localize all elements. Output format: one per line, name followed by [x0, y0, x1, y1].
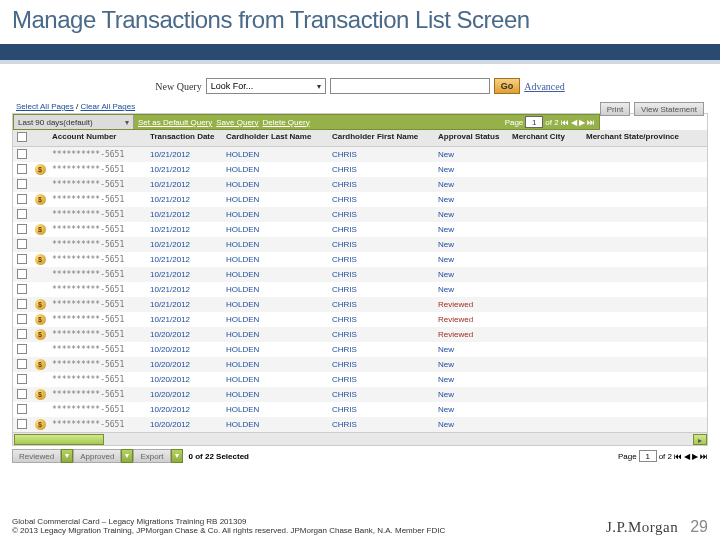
row-checkbox[interactable]: [17, 284, 27, 294]
table-row[interactable]: **********-565110/21/2012HOLDENCHRISNew: [13, 282, 707, 297]
approved-arrow-icon[interactable]: ▾: [121, 449, 133, 463]
go-button[interactable]: Go: [494, 78, 521, 94]
of-text: of 2: [545, 118, 558, 127]
advanced-link[interactable]: Advanced: [524, 81, 565, 92]
next-page-icon[interactable]: ▶: [579, 118, 585, 127]
save-query-link[interactable]: Save Query: [216, 118, 258, 127]
status-cell: New: [435, 268, 509, 281]
row-checkbox[interactable]: [17, 344, 27, 354]
table-row[interactable]: **********-565110/21/2012HOLDENCHRISNew: [13, 267, 707, 282]
page-box[interactable]: 1: [639, 450, 657, 462]
page-box[interactable]: 1: [525, 116, 543, 128]
query-input[interactable]: [330, 78, 490, 94]
prev-page-icon[interactable]: ◀: [684, 452, 690, 461]
row-checkbox[interactable]: [17, 254, 27, 264]
lastname-cell: HOLDEN: [223, 358, 329, 371]
date-cell: 10/20/2012: [147, 328, 223, 341]
reviewed-arrow-icon[interactable]: ▾: [61, 449, 73, 463]
last-page-icon[interactable]: ⏭: [700, 452, 708, 461]
col-merchstate[interactable]: Merchant State/province: [583, 130, 683, 146]
export-arrow-icon[interactable]: ▾: [171, 449, 183, 463]
row-checkbox[interactable]: [17, 314, 27, 324]
approved-button[interactable]: Approved: [73, 449, 121, 463]
table-row[interactable]: **********-565110/21/2012HOLDENCHRISNew: [13, 177, 707, 192]
row-checkbox[interactable]: [17, 269, 27, 279]
clear-all-pages-link[interactable]: Clear All Pages: [81, 102, 136, 111]
last-page-icon[interactable]: ⏭: [587, 118, 595, 127]
table-row[interactable]: $**********-565110/20/2012HOLDENCHRISNew: [13, 387, 707, 402]
table-row[interactable]: $**********-565110/21/2012HOLDENCHRISRev…: [13, 297, 707, 312]
row-checkbox[interactable]: [17, 359, 27, 369]
table-row[interactable]: **********-565110/20/2012HOLDENCHRISNew: [13, 372, 707, 387]
col-status[interactable]: Approval Status: [435, 130, 509, 146]
row-checkbox[interactable]: [17, 374, 27, 384]
row-checkbox[interactable]: [17, 149, 27, 159]
row-checkbox[interactable]: [17, 239, 27, 249]
table-row[interactable]: **********-565110/20/2012HOLDENCHRISNew: [13, 342, 707, 357]
merchcity-cell: [509, 303, 583, 307]
merchcity-cell: [509, 153, 583, 157]
look-for-dropdown[interactable]: Look For...: [206, 78, 326, 94]
first-page-icon[interactable]: ⏮: [561, 118, 569, 127]
merchstate-cell: [583, 303, 683, 307]
table-row[interactable]: **********-565110/21/2012HOLDENCHRISNew: [13, 147, 707, 162]
row-checkbox[interactable]: [17, 164, 27, 174]
col-firstname[interactable]: Cardholder First Name: [329, 130, 435, 146]
lastname-cell: HOLDEN: [223, 373, 329, 386]
account-cell: **********-5651: [52, 285, 124, 294]
delete-query-link[interactable]: Delete Query: [263, 118, 310, 127]
row-checkbox[interactable]: [17, 224, 27, 234]
status-cell: New: [435, 163, 509, 176]
row-checkbox[interactable]: [17, 389, 27, 399]
date-range-dropdown[interactable]: Last 90 days(default): [14, 115, 134, 129]
row-checkbox[interactable]: [17, 419, 27, 429]
col-lastname[interactable]: Cardholder Last Name: [223, 130, 329, 146]
scroll-thumb[interactable]: [14, 434, 104, 445]
table-row[interactable]: **********-565110/21/2012HOLDENCHRISNew: [13, 237, 707, 252]
col-merchcity[interactable]: Merchant City: [509, 130, 583, 146]
firstname-cell: CHRIS: [329, 238, 435, 251]
row-checkbox[interactable]: [17, 404, 27, 414]
select-all-checkbox[interactable]: [17, 132, 27, 142]
next-page-icon[interactable]: ▶: [692, 452, 698, 461]
print-button[interactable]: Print: [600, 102, 630, 116]
table-row[interactable]: $**********-565110/21/2012HOLDENCHRISNew: [13, 162, 707, 177]
table-row[interactable]: **********-565110/20/2012HOLDENCHRISNew: [13, 402, 707, 417]
select-all-pages-link[interactable]: Select All Pages: [16, 102, 74, 111]
scroll-right-arrow[interactable]: ▸: [693, 434, 707, 445]
set-default-query-link[interactable]: Set as Default Query: [138, 118, 212, 127]
export-button[interactable]: Export: [133, 449, 170, 463]
first-page-icon[interactable]: ⏮: [674, 452, 682, 461]
account-cell: **********-5651: [52, 255, 124, 264]
account-cell: **********-5651: [52, 210, 124, 219]
table-row[interactable]: $**********-565110/21/2012HOLDENCHRISRev…: [13, 312, 707, 327]
view-statement-button[interactable]: View Statement: [634, 102, 704, 116]
table-row[interactable]: $**********-565110/21/2012HOLDENCHRISNew: [13, 192, 707, 207]
table-row[interactable]: $**********-565110/20/2012HOLDENCHRISNew: [13, 417, 707, 432]
reviewed-button[interactable]: Reviewed: [12, 449, 61, 463]
row-checkbox[interactable]: [17, 299, 27, 309]
table-row[interactable]: **********-565110/21/2012HOLDENCHRISNew: [13, 207, 707, 222]
date-cell: 10/21/2012: [147, 238, 223, 251]
firstname-cell: CHRIS: [329, 388, 435, 401]
query-bar: New Query Look For... Go Advanced: [12, 74, 708, 98]
prev-page-icon[interactable]: ◀: [571, 118, 577, 127]
table-row[interactable]: $**********-565110/20/2012HOLDENCHRISRev…: [13, 327, 707, 342]
col-icon: [31, 130, 49, 146]
col-date[interactable]: Transaction Date: [147, 130, 223, 146]
account-cell: **********-5651: [52, 150, 124, 159]
coin-icon: $: [35, 314, 46, 325]
row-checkbox[interactable]: [17, 179, 27, 189]
row-checkbox[interactable]: [17, 209, 27, 219]
row-checkbox[interactable]: [17, 194, 27, 204]
table-row[interactable]: $**********-565110/20/2012HOLDENCHRISNew: [13, 357, 707, 372]
coin-icon: $: [35, 224, 46, 235]
firstname-cell: CHRIS: [329, 208, 435, 221]
row-checkbox[interactable]: [17, 329, 27, 339]
col-account[interactable]: Account Number: [49, 130, 147, 146]
table-row[interactable]: $**********-565110/21/2012HOLDENCHRISNew: [13, 222, 707, 237]
date-range-text: Last 90 days(default): [18, 118, 93, 127]
horizontal-scrollbar[interactable]: ▸: [13, 432, 707, 445]
table-row[interactable]: $**********-565110/21/2012HOLDENCHRISNew: [13, 252, 707, 267]
date-cell: 10/21/2012: [147, 283, 223, 296]
